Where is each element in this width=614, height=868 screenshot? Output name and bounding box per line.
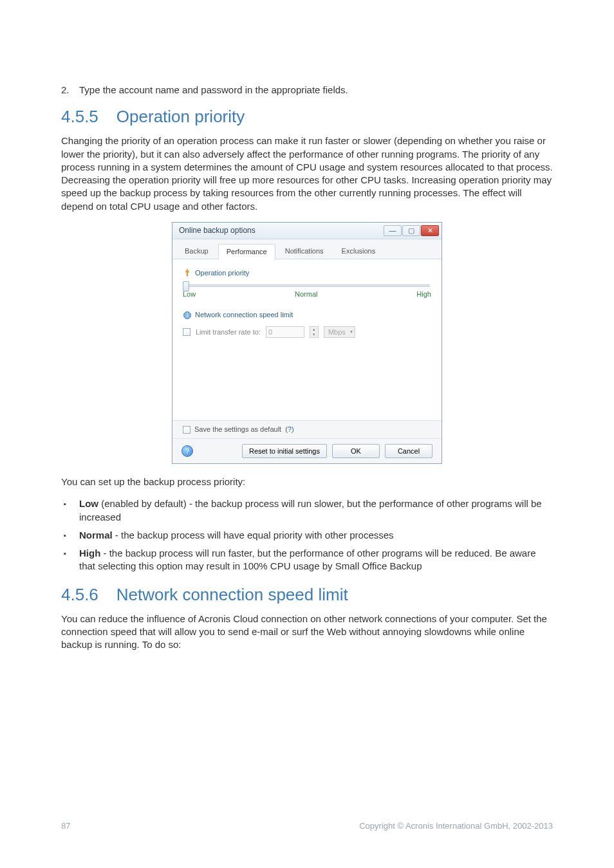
dialog-button-row: ? Reset to initial settings OK Cancel xyxy=(172,438,442,463)
priority-slider-thumb[interactable] xyxy=(183,281,189,291)
dialog-title: Online backup options xyxy=(179,225,256,235)
priority-slider-labels: Low Normal High xyxy=(183,290,431,299)
priority-bullet-list: ▪ Low (enabled by default) - the backup … xyxy=(61,497,553,573)
operation-priority-label: Operation priority xyxy=(195,268,249,278)
list-item: ▪ Low (enabled by default) - the backup … xyxy=(61,497,553,524)
bullet-icon: ▪ xyxy=(61,497,79,524)
priority-slider[interactable] xyxy=(184,284,430,287)
section-title: Network connection speed limit xyxy=(116,584,348,606)
save-default-label: Save the settings as default xyxy=(194,425,281,434)
list-item-text: Normal - the backup process will have eq… xyxy=(79,529,394,542)
section-number: 4.5.6 xyxy=(61,584,98,606)
cancel-button[interactable]: Cancel xyxy=(385,444,433,458)
step-text: Type the account name and password in th… xyxy=(79,84,348,97)
limit-transfer-unit[interactable]: Mbps xyxy=(324,326,355,338)
tab-performance[interactable]: Performance xyxy=(218,244,275,259)
section-number: 4.5.5 xyxy=(61,106,98,128)
save-default-checkbox[interactable] xyxy=(183,426,191,434)
save-default-row: Save the settings as default (?) xyxy=(172,420,442,438)
dialog-titlebar: Online backup options — ▢ ✕ xyxy=(172,223,442,239)
operation-priority-group: Operation priority xyxy=(183,268,431,278)
network-limit-group: Network connection speed limit xyxy=(183,310,431,320)
slider-label-high: High xyxy=(416,290,431,299)
ok-button[interactable]: OK xyxy=(332,444,380,458)
online-backup-options-dialog: Online backup options — ▢ ✕ Backup Perfo… xyxy=(172,222,442,464)
section-title: Operation priority xyxy=(116,106,245,128)
globe-icon xyxy=(183,311,192,320)
limit-transfer-value[interactable] xyxy=(266,326,304,338)
list-item-text: High - the backup process will run faste… xyxy=(79,547,553,573)
reset-button[interactable]: Reset to initial settings xyxy=(242,444,327,458)
dialog-body: Operation priority Low Normal High Netwo… xyxy=(172,259,442,421)
priority-intro-text: You can set up the backup process priori… xyxy=(61,476,553,488)
section-456-paragraph: You can reduce the influence of Acronis … xyxy=(61,613,553,652)
dialog-tabs: Backup Performance Notifications Exclusi… xyxy=(172,239,442,259)
tab-notifications[interactable]: Notifications xyxy=(277,243,332,259)
limit-transfer-row: Limit transfer rate to: ▴▾ Mbps xyxy=(183,326,431,338)
limit-transfer-checkbox[interactable] xyxy=(183,328,191,336)
dialog-screenshot: Online backup options — ▢ ✕ Backup Perfo… xyxy=(61,222,553,464)
help-button[interactable]: ? xyxy=(181,445,193,457)
tab-exclusions[interactable]: Exclusions xyxy=(333,243,384,259)
slider-label-normal: Normal xyxy=(295,290,317,299)
page-footer: 87 Copyright © Acronis International Gmb… xyxy=(61,820,553,832)
tab-backup[interactable]: Backup xyxy=(176,243,217,259)
section-heading-455: 4.5.5 Operation priority xyxy=(61,106,553,128)
section-heading-456: 4.5.6 Network connection speed limit xyxy=(61,584,553,606)
step-number: 2. xyxy=(61,84,79,97)
maximize-button[interactable]: ▢ xyxy=(402,225,420,236)
minimize-button[interactable]: — xyxy=(384,225,402,236)
save-default-help-link[interactable]: (?) xyxy=(285,425,293,434)
list-item: ▪ High - the backup process will run fas… xyxy=(61,547,553,573)
list-item: ▪ Normal - the backup process will have … xyxy=(61,529,553,542)
page-number: 87 xyxy=(61,820,70,832)
bullet-icon: ▪ xyxy=(61,547,79,573)
section-455-paragraph: Changing the priority of an operation pr… xyxy=(61,134,553,213)
copyright-text: Copyright © Acronis International GmbH, … xyxy=(359,820,553,832)
list-item-text: Low (enabled by default) - the backup pr… xyxy=(79,497,553,524)
bullet-icon: ▪ xyxy=(61,529,79,542)
numbered-step: 2. Type the account name and password in… xyxy=(61,84,553,97)
close-button[interactable]: ✕ xyxy=(421,225,439,236)
limit-transfer-label: Limit transfer rate to: xyxy=(196,328,261,337)
network-limit-label: Network connection speed limit xyxy=(195,310,293,320)
priority-arrow-icon xyxy=(183,268,192,277)
limit-transfer-stepper[interactable]: ▴▾ xyxy=(310,326,319,338)
